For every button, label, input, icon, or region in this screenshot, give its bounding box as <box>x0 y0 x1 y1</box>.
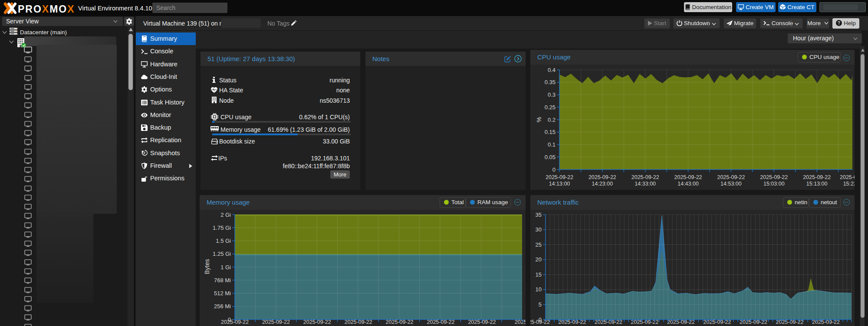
svg-text:5: 5 <box>539 301 542 308</box>
svg-text:1.75 Gi: 1.75 Gi <box>213 225 231 231</box>
svg-text:1 Gi: 1 Gi <box>220 264 231 271</box>
svg-text:Bytes: Bytes <box>204 259 210 274</box>
svg-text:0.2: 0.2 <box>548 117 556 123</box>
svg-text:2025-09-22: 2025-09-22 <box>546 174 573 180</box>
svg-text:1.25 Gi: 1.25 Gi <box>213 251 231 257</box>
svg-text:0.25: 0.25 <box>545 104 556 111</box>
svg-text:30: 30 <box>536 226 542 233</box>
svg-text:20: 20 <box>536 256 542 263</box>
svg-text:2025-09-22: 2025-09-22 <box>717 174 745 180</box>
svg-text:%: % <box>536 117 542 122</box>
svg-text:35: 35 <box>536 212 542 218</box>
svg-text:2025-09-22: 2025-09-22 <box>760 174 788 180</box>
svg-text:10: 10 <box>536 286 542 293</box>
svg-text:25: 25 <box>536 241 542 248</box>
svg-text:0.3: 0.3 <box>548 91 556 98</box>
svg-text:14:53:00: 14:53:00 <box>720 181 742 187</box>
svg-text:15:22:00: 15:22:00 <box>843 181 855 187</box>
svg-text:14:23:00: 14:23:00 <box>592 181 613 187</box>
svg-text:2025-09-22: 2025-09-22 <box>631 174 659 180</box>
svg-text:1.5 Gi: 1.5 Gi <box>216 238 231 244</box>
svg-text:2 Gi: 2 Gi <box>220 212 231 218</box>
svg-text:2025-09-22: 2025-09-22 <box>589 174 616 180</box>
svg-text:15:13:00: 15:13:00 <box>806 181 828 187</box>
svg-text:2025-09-22: 2025-09-22 <box>674 174 702 180</box>
svg-text:14:43:00: 14:43:00 <box>677 181 699 187</box>
svg-text:2025-09-22: 2025-09-22 <box>803 174 831 180</box>
svg-text:0.05: 0.05 <box>545 154 556 160</box>
svg-text:14:33:00: 14:33:00 <box>635 181 656 187</box>
svg-text:256 Mi: 256 Mi <box>214 303 231 310</box>
svg-text:0: 0 <box>552 166 556 173</box>
svg-text:0.1: 0.1 <box>548 141 556 148</box>
svg-text:2025-09-22: 2025-09-22 <box>840 174 855 180</box>
svg-text:0.4: 0.4 <box>548 67 556 73</box>
svg-text:768 Mi: 768 Mi <box>214 277 231 284</box>
svg-text:15: 15 <box>536 271 542 278</box>
svg-text:0.15: 0.15 <box>545 129 556 135</box>
svg-text:14:13:00: 14:13:00 <box>549 181 570 187</box>
svg-text:512 Mi: 512 Mi <box>214 290 231 297</box>
svg-text:15:03:00: 15:03:00 <box>763 181 785 187</box>
svg-text:0.35: 0.35 <box>545 79 556 85</box>
